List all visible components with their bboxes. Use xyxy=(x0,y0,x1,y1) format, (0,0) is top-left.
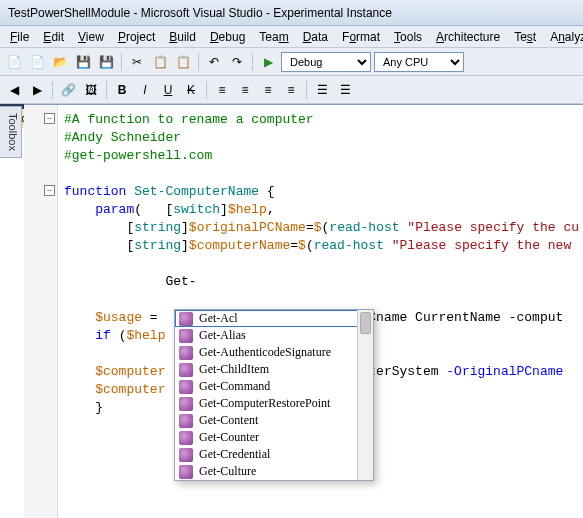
nav-back-button[interactable]: ◀ xyxy=(4,80,24,100)
save-button[interactable]: 💾 xyxy=(73,52,93,72)
window-title: TestPowerShellModule - Microsoft Visual … xyxy=(8,6,392,20)
start-debug-button[interactable]: ▶ xyxy=(258,52,278,72)
method-icon xyxy=(179,329,193,343)
menu-build[interactable]: Build xyxy=(163,28,202,46)
separator xyxy=(121,53,122,71)
intellisense-item[interactable]: Get-Counter xyxy=(175,429,373,446)
method-icon xyxy=(179,397,193,411)
intellisense-popup[interactable]: Get-Acl Get-Alias Get-AuthenticodeSignat… xyxy=(174,309,374,481)
intellisense-item[interactable]: Get-Content xyxy=(175,412,373,429)
separator xyxy=(306,81,307,99)
image-button[interactable]: 🖼 xyxy=(81,80,101,100)
open-button[interactable]: 📂 xyxy=(50,52,70,72)
intellisense-item[interactable]: Get-ChildItem xyxy=(175,361,373,378)
paste-button[interactable]: 📋 xyxy=(173,52,193,72)
method-icon xyxy=(179,431,193,445)
menu-edit[interactable]: Edit xyxy=(37,28,70,46)
fold-toggle-icon[interactable]: − xyxy=(44,185,55,196)
intellisense-item[interactable]: Get-AuthenticodeSignature xyxy=(175,344,373,361)
typed-text: Get- xyxy=(165,274,196,289)
link-button[interactable]: 🔗 xyxy=(58,80,78,100)
menu-file[interactable]: File xyxy=(4,28,35,46)
scrollbar-thumb[interactable] xyxy=(360,312,371,334)
new-project-button[interactable]: 📄 xyxy=(4,52,24,72)
align-justify-button[interactable]: ≡ xyxy=(281,80,301,100)
menu-analyze[interactable]: Analyze xyxy=(544,28,583,46)
method-icon xyxy=(179,312,193,326)
method-icon xyxy=(179,363,193,377)
menu-data[interactable]: Data xyxy=(297,28,334,46)
menu-debug[interactable]: Debug xyxy=(204,28,251,46)
toolbar-main: 📄 📄 📂 💾 💾 ✂ 📋 📋 ↶ ↷ ▶ Debug Any CPU xyxy=(0,48,583,76)
undo-button[interactable]: ↶ xyxy=(204,52,224,72)
method-icon xyxy=(179,346,193,360)
italic-button[interactable]: I xyxy=(135,80,155,100)
nav-fwd-button[interactable]: ▶ xyxy=(27,80,47,100)
separator xyxy=(206,81,207,99)
intellisense-scrollbar[interactable] xyxy=(357,310,373,480)
method-icon xyxy=(179,414,193,428)
intellisense-item[interactable]: Get-Credential xyxy=(175,446,373,463)
toolbar-format: ◀ ▶ 🔗 🖼 B I U K ≡ ≡ ≡ ≡ ☰ ☰ xyxy=(0,76,583,104)
separator xyxy=(252,53,253,71)
align-left-button[interactable]: ≡ xyxy=(212,80,232,100)
method-icon xyxy=(179,448,193,462)
align-center-button[interactable]: ≡ xyxy=(235,80,255,100)
intellisense-item[interactable]: Get-Command xyxy=(175,378,373,395)
strike-button[interactable]: K xyxy=(181,80,201,100)
toolbox-sidetab[interactable]: Toolbox xyxy=(0,106,22,158)
menu-project[interactable]: Project xyxy=(112,28,161,46)
menu-format[interactable]: Format xyxy=(336,28,386,46)
separator xyxy=(106,81,107,99)
bold-button[interactable]: B xyxy=(112,80,132,100)
editor-gutter: − − xyxy=(24,105,58,518)
list-bullet-button[interactable]: ☰ xyxy=(312,80,332,100)
menu-tools[interactable]: Tools xyxy=(388,28,428,46)
menu-architecture[interactable]: Architecture xyxy=(430,28,506,46)
config-combo[interactable]: Debug xyxy=(281,52,371,72)
list-number-button[interactable]: ☰ xyxy=(335,80,355,100)
menu-team[interactable]: Team xyxy=(253,28,294,46)
intellisense-item[interactable]: Get-Alias xyxy=(175,327,373,344)
align-right-button[interactable]: ≡ xyxy=(258,80,278,100)
intellisense-item[interactable]: Get-Acl xyxy=(175,310,373,327)
fold-toggle-icon[interactable]: − xyxy=(44,113,55,124)
menu-bar: File Edit View Project Build Debug Team … xyxy=(0,26,583,48)
menu-test[interactable]: Test xyxy=(508,28,542,46)
separator xyxy=(52,81,53,99)
intellisense-item[interactable]: Get-ComputerRestorePoint xyxy=(175,395,373,412)
add-item-button[interactable]: 📄 xyxy=(27,52,47,72)
cut-button[interactable]: ✂ xyxy=(127,52,147,72)
intellisense-item[interactable]: Get-Culture xyxy=(175,463,373,480)
platform-combo[interactable]: Any CPU xyxy=(374,52,464,72)
menu-view[interactable]: View xyxy=(72,28,110,46)
method-icon xyxy=(179,380,193,394)
save-all-button[interactable]: 💾 xyxy=(96,52,116,72)
method-icon xyxy=(179,465,193,479)
separator xyxy=(198,53,199,71)
window-title-bar: TestPowerShellModule - Microsoft Visual … xyxy=(0,0,583,26)
underline-button[interactable]: U xyxy=(158,80,178,100)
copy-button[interactable]: 📋 xyxy=(150,52,170,72)
redo-button[interactable]: ↷ xyxy=(227,52,247,72)
code-editor[interactable]: − − #A function to rename a computer #An… xyxy=(24,104,583,518)
